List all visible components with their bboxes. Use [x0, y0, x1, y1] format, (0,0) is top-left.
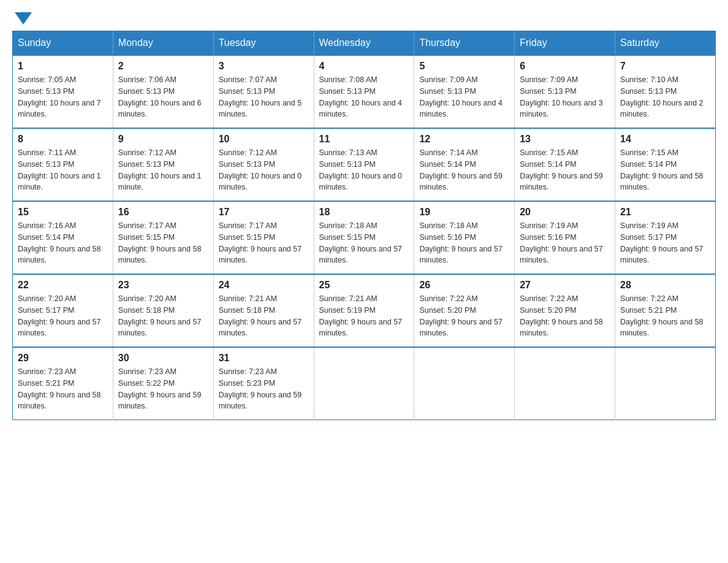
- day-info: Sunrise: 7:16 AM Sunset: 5:14 PM Dayligh…: [18, 220, 108, 266]
- calendar-day-cell: 15 Sunrise: 7:16 AM Sunset: 5:14 PM Dayl…: [13, 201, 113, 274]
- day-number: 10: [219, 134, 309, 145]
- calendar-day-cell: 1 Sunrise: 7:05 AM Sunset: 5:13 PM Dayli…: [13, 55, 113, 128]
- calendar-day-cell: 17 Sunrise: 7:17 AM Sunset: 5:15 PM Dayl…: [213, 201, 314, 274]
- day-number: 8: [18, 134, 108, 145]
- day-number: 16: [118, 207, 208, 218]
- calendar-day-header: Saturday: [615, 31, 716, 56]
- calendar-header: SundayMondayTuesdayWednesdayThursdayFrid…: [13, 31, 716, 56]
- calendar-day-header: Sunday: [13, 31, 113, 56]
- calendar-day-cell: 19 Sunrise: 7:18 AM Sunset: 5:16 PM Dayl…: [414, 201, 515, 274]
- calendar-day-cell: 13 Sunrise: 7:15 AM Sunset: 5:14 PM Dayl…: [515, 128, 615, 201]
- calendar-day-cell: 24 Sunrise: 7:21 AM Sunset: 5:18 PM Dayl…: [213, 274, 314, 347]
- calendar-day-cell: 7 Sunrise: 7:10 AM Sunset: 5:13 PM Dayli…: [615, 55, 716, 128]
- calendar-day-cell: 4 Sunrise: 7:08 AM Sunset: 5:13 PM Dayli…: [314, 55, 414, 128]
- day-info: Sunrise: 7:09 AM Sunset: 5:13 PM Dayligh…: [419, 74, 509, 120]
- calendar-day-header: Friday: [515, 31, 615, 56]
- calendar-day-cell: 30 Sunrise: 7:23 AM Sunset: 5:22 PM Dayl…: [113, 347, 213, 420]
- calendar-day-cell: [414, 347, 515, 420]
- day-number: 14: [620, 134, 710, 145]
- calendar-body: 1 Sunrise: 7:05 AM Sunset: 5:13 PM Dayli…: [13, 55, 716, 420]
- calendar-day-cell: 28 Sunrise: 7:22 AM Sunset: 5:21 PM Dayl…: [615, 274, 716, 347]
- calendar-day-cell: 16 Sunrise: 7:17 AM Sunset: 5:15 PM Dayl…: [113, 201, 213, 274]
- logo-triangle-icon: [15, 12, 32, 25]
- day-info: Sunrise: 7:07 AM Sunset: 5:13 PM Dayligh…: [219, 74, 309, 120]
- day-number: 23: [118, 280, 208, 291]
- day-info: Sunrise: 7:19 AM Sunset: 5:17 PM Dayligh…: [620, 220, 710, 266]
- calendar-day-cell: 22 Sunrise: 7:20 AM Sunset: 5:17 PM Dayl…: [13, 274, 113, 347]
- day-info: Sunrise: 7:08 AM Sunset: 5:13 PM Dayligh…: [319, 74, 409, 120]
- calendar-day-cell: 14 Sunrise: 7:15 AM Sunset: 5:14 PM Dayl…: [615, 128, 716, 201]
- calendar-table: SundayMondayTuesdayWednesdayThursdayFrid…: [12, 31, 716, 420]
- logo: [12, 12, 32, 21]
- calendar-day-cell: [615, 347, 716, 420]
- day-info: Sunrise: 7:17 AM Sunset: 5:15 PM Dayligh…: [118, 220, 208, 266]
- day-info: Sunrise: 7:12 AM Sunset: 5:13 PM Dayligh…: [118, 147, 208, 193]
- day-info: Sunrise: 7:22 AM Sunset: 5:20 PM Dayligh…: [419, 293, 509, 339]
- calendar-day-cell: 26 Sunrise: 7:22 AM Sunset: 5:20 PM Dayl…: [414, 274, 515, 347]
- calendar-day-cell: 27 Sunrise: 7:22 AM Sunset: 5:20 PM Dayl…: [515, 274, 615, 347]
- calendar-week-row: 8 Sunrise: 7:11 AM Sunset: 5:13 PM Dayli…: [13, 128, 716, 201]
- day-info: Sunrise: 7:22 AM Sunset: 5:21 PM Dayligh…: [620, 293, 710, 339]
- day-number: 6: [520, 61, 610, 72]
- calendar-day-cell: 5 Sunrise: 7:09 AM Sunset: 5:13 PM Dayli…: [414, 55, 515, 128]
- day-number: 11: [319, 134, 409, 145]
- day-number: 28: [620, 280, 710, 291]
- day-info: Sunrise: 7:15 AM Sunset: 5:14 PM Dayligh…: [520, 147, 610, 193]
- day-info: Sunrise: 7:10 AM Sunset: 5:13 PM Dayligh…: [620, 74, 710, 120]
- calendar-day-cell: 18 Sunrise: 7:18 AM Sunset: 5:15 PM Dayl…: [314, 201, 414, 274]
- page-header: [12, 12, 716, 21]
- calendar-day-cell: [515, 347, 615, 420]
- calendar-day-cell: 31 Sunrise: 7:23 AM Sunset: 5:23 PM Dayl…: [213, 347, 314, 420]
- calendar-day-cell: 11 Sunrise: 7:13 AM Sunset: 5:13 PM Dayl…: [314, 128, 414, 201]
- calendar-day-cell: 8 Sunrise: 7:11 AM Sunset: 5:13 PM Dayli…: [13, 128, 113, 201]
- day-number: 17: [219, 207, 309, 218]
- calendar-day-cell: [314, 347, 414, 420]
- day-info: Sunrise: 7:23 AM Sunset: 5:21 PM Dayligh…: [18, 366, 108, 412]
- calendar-week-row: 22 Sunrise: 7:20 AM Sunset: 5:17 PM Dayl…: [13, 274, 716, 347]
- day-number: 7: [620, 61, 710, 72]
- calendar-week-row: 1 Sunrise: 7:05 AM Sunset: 5:13 PM Dayli…: [13, 55, 716, 128]
- calendar-day-cell: 3 Sunrise: 7:07 AM Sunset: 5:13 PM Dayli…: [213, 55, 314, 128]
- calendar-day-header: Thursday: [414, 31, 515, 56]
- day-number: 31: [219, 353, 309, 364]
- day-info: Sunrise: 7:05 AM Sunset: 5:13 PM Dayligh…: [18, 74, 108, 120]
- calendar-day-header: Tuesday: [213, 31, 314, 56]
- day-number: 4: [319, 61, 409, 72]
- calendar-day-cell: 9 Sunrise: 7:12 AM Sunset: 5:13 PM Dayli…: [113, 128, 213, 201]
- day-info: Sunrise: 7:18 AM Sunset: 5:16 PM Dayligh…: [419, 220, 509, 266]
- day-number: 9: [118, 134, 208, 145]
- calendar-day-cell: 6 Sunrise: 7:09 AM Sunset: 5:13 PM Dayli…: [515, 55, 615, 128]
- day-info: Sunrise: 7:21 AM Sunset: 5:18 PM Dayligh…: [219, 293, 309, 339]
- day-info: Sunrise: 7:23 AM Sunset: 5:23 PM Dayligh…: [219, 366, 309, 412]
- calendar-day-cell: 12 Sunrise: 7:14 AM Sunset: 5:14 PM Dayl…: [414, 128, 515, 201]
- day-info: Sunrise: 7:21 AM Sunset: 5:19 PM Dayligh…: [319, 293, 409, 339]
- day-info: Sunrise: 7:22 AM Sunset: 5:20 PM Dayligh…: [520, 293, 610, 339]
- day-number: 27: [520, 280, 610, 291]
- day-number: 1: [18, 61, 108, 72]
- day-number: 3: [219, 61, 309, 72]
- day-number: 5: [419, 61, 509, 72]
- calendar-week-row: 15 Sunrise: 7:16 AM Sunset: 5:14 PM Dayl…: [13, 201, 716, 274]
- day-number: 21: [620, 207, 710, 218]
- day-info: Sunrise: 7:12 AM Sunset: 5:13 PM Dayligh…: [219, 147, 309, 193]
- day-info: Sunrise: 7:09 AM Sunset: 5:13 PM Dayligh…: [520, 74, 610, 120]
- day-number: 18: [319, 207, 409, 218]
- calendar-day-cell: 10 Sunrise: 7:12 AM Sunset: 5:13 PM Dayl…: [213, 128, 314, 201]
- day-number: 29: [18, 353, 108, 364]
- day-number: 22: [18, 280, 108, 291]
- calendar-day-cell: 2 Sunrise: 7:06 AM Sunset: 5:13 PM Dayli…: [113, 55, 213, 128]
- day-number: 12: [419, 134, 509, 145]
- day-number: 13: [520, 134, 610, 145]
- day-info: Sunrise: 7:20 AM Sunset: 5:18 PM Dayligh…: [118, 293, 208, 339]
- calendar-day-header: Monday: [113, 31, 213, 56]
- day-number: 2: [118, 61, 208, 72]
- day-number: 19: [419, 207, 509, 218]
- day-number: 30: [118, 353, 208, 364]
- day-number: 25: [319, 280, 409, 291]
- calendar-day-cell: 29 Sunrise: 7:23 AM Sunset: 5:21 PM Dayl…: [13, 347, 113, 420]
- day-number: 26: [419, 280, 509, 291]
- day-info: Sunrise: 7:14 AM Sunset: 5:14 PM Dayligh…: [419, 147, 509, 193]
- day-info: Sunrise: 7:15 AM Sunset: 5:14 PM Dayligh…: [620, 147, 710, 193]
- calendar-day-header: Wednesday: [314, 31, 414, 56]
- day-info: Sunrise: 7:17 AM Sunset: 5:15 PM Dayligh…: [219, 220, 309, 266]
